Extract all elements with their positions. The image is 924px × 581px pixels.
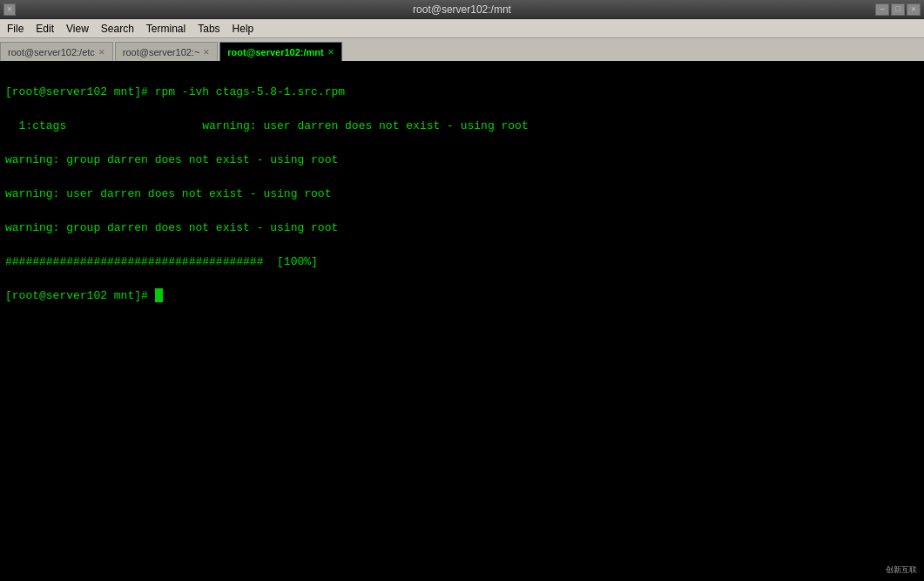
tab-bar: root@server102:/etc ✕ root@server102:~ ✕… [0,38,924,63]
terminal-output[interactable]: [root@server102 mnt]# rpm -ivh ctags-5.8… [0,63,924,581]
menu-terminal[interactable]: Terminal [141,21,191,37]
menu-tabs[interactable]: Tabs [192,21,225,37]
tab-mnt-label: root@server102:/mnt [227,47,323,57]
tab-mnt[interactable]: root@server102:/mnt ✕ [219,42,341,61]
menu-view[interactable]: View [61,21,94,37]
title-bar-controls: ─ □ ✕ [875,3,921,16]
tab-home[interactable]: root@server102:~ ✕ [115,42,219,61]
terminal-line-6: ###################################### [… [5,253,919,271]
menu-file[interactable]: File [2,21,29,37]
minimize-button[interactable]: ─ [875,3,889,16]
title-bar-left: ✕ [3,3,16,16]
tab-etc[interactable]: root@server102:/etc ✕ [0,42,113,61]
maximize-button[interactable]: □ [891,3,905,16]
window-icon[interactable]: ✕ [3,3,16,16]
window-title: root@server102:/mnt [413,3,511,16]
close-button[interactable]: ✕ [907,3,921,16]
tab-etc-close[interactable]: ✕ [98,48,105,57]
terminal-line-5: warning: group darren does not exist - u… [5,220,919,237]
tab-home-close[interactable]: ✕ [203,48,210,57]
menu-search[interactable]: Search [96,21,139,37]
tab-etc-label: root@server102:/etc [8,47,95,57]
terminal-line-4: warning: user darren does not exist - us… [5,186,919,203]
menu-edit[interactable]: Edit [30,21,59,37]
terminal-line-1: [root@server102 mnt]# rpm -ivh ctags-5.8… [5,84,919,101]
menu-bar: File Edit View Search Terminal Tabs Help [0,19,924,38]
watermark: 创新互联 [882,563,921,578]
tab-home-label: root@server102:~ [123,47,200,57]
terminal-line-3: warning: group darren does not exist - u… [5,152,919,169]
tab-mnt-close[interactable]: ✕ [327,48,334,57]
terminal-cursor [155,288,163,302]
terminal-line-7: [root@server102 mnt]# [5,287,919,305]
menu-help[interactable]: Help [227,21,260,37]
title-bar: ✕ root@server102:/mnt ─ □ ✕ [0,0,924,19]
terminal-line-2: 1:ctags warning: user darren does not ex… [5,118,919,135]
